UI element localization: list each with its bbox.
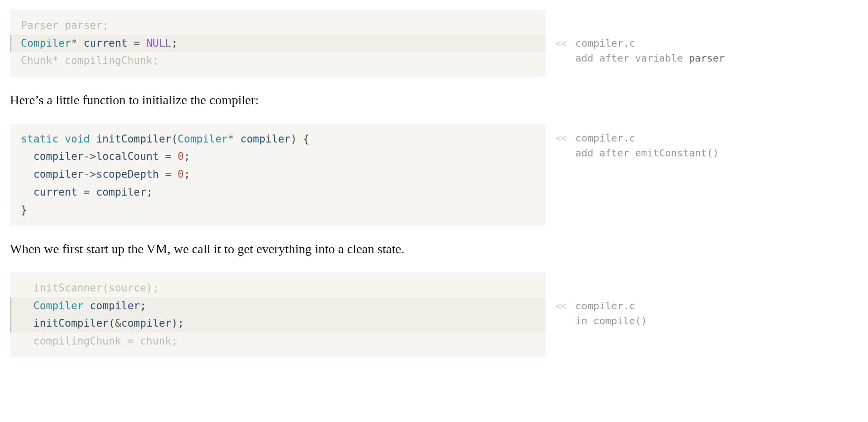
token-num: 0 (178, 150, 184, 162)
aside-note-suffix: () (635, 315, 647, 327)
code-snippet-1: Parser parser;Compiler* current = NULL;C… (10, 10, 858, 77)
prose-paragraph: Here’s a little function to initialize t… (10, 77, 546, 124)
token-ident: current (77, 37, 134, 49)
aside-note-prefix: add after (575, 147, 635, 159)
token-paren: ( (109, 317, 115, 329)
code-line-context: compilingChunk = chunk; (21, 333, 546, 351)
aside-note-suffix: () (707, 147, 719, 159)
aside-column: << compiler.c in compile() (546, 273, 853, 357)
token-semi: ; (171, 37, 178, 49)
aside-note-strong: parser (689, 52, 725, 64)
aside-note-prefix: add after variable (575, 52, 689, 64)
token-eq: = (165, 168, 178, 180)
token-ident: compiler (21, 168, 83, 180)
code-snippet-3: initScanner(source); Compiler compiler; … (10, 273, 858, 357)
code-listing: initScanner(source); Compiler compiler; … (10, 273, 546, 357)
token-eq: = (134, 37, 146, 49)
aside-file: compiler.c (575, 298, 647, 313)
token-ident: compiler (21, 150, 83, 162)
token-null: NULL (146, 37, 172, 49)
token-semi: ; (140, 300, 146, 312)
token-punct: ); (171, 317, 184, 329)
aside-annotation: << compiler.c add after emitConstant() (556, 131, 853, 160)
aside-arrow-icon: << (556, 298, 575, 313)
code-line: current = compiler; (21, 184, 546, 202)
token-type: Compiler (178, 133, 228, 145)
token-eq: = (165, 150, 178, 162)
token-ident: compiler (234, 133, 291, 145)
token-semi: ; (184, 168, 190, 180)
token-keyword: static void (21, 133, 96, 145)
code-line: static void initCompiler(Compiler* compi… (21, 131, 546, 148)
token-ident: localCount (96, 150, 165, 162)
aside-arrow-icon: << (556, 36, 575, 51)
code-column: initScanner(source); Compiler compiler; … (10, 273, 546, 357)
token-semi: ; (146, 186, 153, 198)
code-listing: Parser parser;Compiler* current = NULL;C… (10, 10, 546, 77)
aside-column: << compiler.c add after variable parser (546, 10, 853, 77)
token-num: 0 (178, 168, 184, 180)
code-line: } (21, 202, 546, 219)
aside-annotation: << compiler.c in compile() (556, 298, 853, 328)
token-semi: ; (184, 150, 190, 162)
aside-note-fn: emitConstant (635, 147, 707, 159)
token-paren: ( (171, 133, 178, 145)
token-star: * (228, 133, 234, 145)
prose-paragraph: When we first start up the VM, we call i… (10, 226, 546, 273)
token-ident: compiler (90, 300, 140, 312)
aside-file: compiler.c (575, 36, 725, 51)
code-line-context: Chunk* compilingChunk; (21, 52, 546, 70)
token-arrow: -> (83, 168, 96, 180)
code-snippet-2: static void initCompiler(Compiler* compi… (10, 124, 858, 226)
token-fn: initCompiler (21, 317, 109, 329)
code-column: static void initCompiler(Compiler* compi… (10, 124, 546, 226)
code-line: compiler->scopeDepth = 0; (21, 166, 546, 184)
aside-note-prefix: in (575, 315, 593, 327)
token-ident: scopeDepth (96, 168, 165, 180)
code-listing: static void initCompiler(Compiler* compi… (10, 124, 546, 226)
code-column: Parser parser;Compiler* current = NULL;C… (10, 10, 546, 77)
token-arrow: -> (83, 150, 96, 162)
aside-file: compiler.c (575, 131, 719, 145)
document-content: Parser parser;Compiler* current = NULL;C… (10, 10, 858, 357)
code-line-context: Parser parser; (21, 17, 546, 35)
aside-arrow-icon: << (556, 131, 575, 145)
code-line-inserted: initCompiler(&compiler); (10, 315, 546, 333)
code-line-inserted: Compiler* current = NULL; (10, 35, 546, 53)
code-line-inserted: Compiler compiler; (10, 297, 546, 315)
aside-note: in compile() (575, 313, 647, 328)
token-punct: ) { (291, 133, 310, 145)
aside-note: add after variable parser (575, 51, 725, 66)
token-amp: & (115, 317, 122, 329)
token-type: Compiler (21, 300, 83, 312)
aside-annotation: << compiler.c add after variable parser (556, 36, 853, 66)
aside-note-fn: compile (593, 315, 635, 327)
aside-note: add after emitConstant() (575, 145, 719, 160)
token-eq: = (83, 186, 96, 198)
token-ident: current (21, 186, 83, 198)
token-ident: compiler (96, 186, 146, 198)
aside-column: << compiler.c add after emitConstant() (546, 124, 853, 226)
token-fn: initCompiler (96, 133, 172, 145)
token-star: * (71, 37, 77, 49)
token-type: Compiler (21, 37, 71, 49)
code-line: compiler->localCount = 0; (21, 148, 546, 166)
token-space (83, 300, 90, 312)
token-ident: compiler (121, 317, 171, 329)
code-line-context: initScanner(source); (21, 280, 546, 297)
